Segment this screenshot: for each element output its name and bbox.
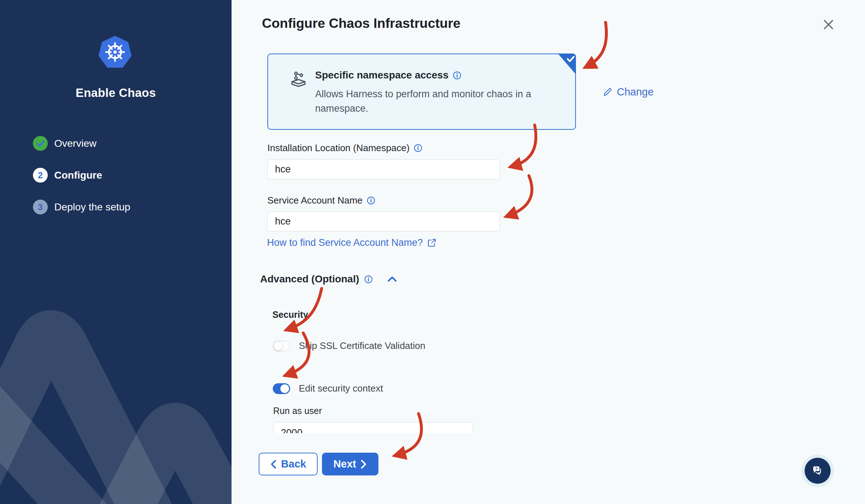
kubernetes-logo-icon <box>98 35 132 69</box>
access-card-title: Specific namespace access <box>315 69 449 81</box>
service-account-input[interactable] <box>267 212 500 231</box>
pencil-icon <box>603 87 612 97</box>
info-icon[interactable] <box>364 275 373 283</box>
step-overview[interactable]: Overview <box>33 136 130 151</box>
close-icon[interactable] <box>820 16 837 33</box>
back-button-label: Back <box>281 458 306 470</box>
step-complete-check-icon <box>33 136 48 151</box>
edit-security-context-toggle[interactable] <box>273 383 290 394</box>
step-label: Overview <box>54 138 97 149</box>
info-icon[interactable] <box>367 196 375 205</box>
step-label: Deploy the setup <box>54 201 130 213</box>
change-link-label: Change <box>617 86 654 98</box>
dialog-body: Configure Chaos Infrastructure <box>232 0 865 504</box>
security-group-label: Security <box>272 309 308 320</box>
run-as-user-input[interactable] <box>273 422 473 433</box>
service-account-help-link[interactable]: How to find Service Account Name? <box>267 237 436 248</box>
service-account-field-label: Service Account Name <box>267 195 362 206</box>
help-chat-button[interactable]: ? <box>805 458 831 484</box>
namespace-deploy-icon <box>290 71 307 88</box>
step-number-badge: 2 <box>33 168 48 183</box>
next-button[interactable]: Next <box>322 453 378 475</box>
next-button-label: Next <box>334 458 356 470</box>
wizard-steps: Overview 2 Configure 3 Deploy the setup <box>33 136 130 231</box>
skip-ssl-toggle[interactable] <box>273 341 290 351</box>
back-button[interactable]: Back <box>259 453 318 475</box>
wizard-title: Enable Chaos <box>0 86 232 100</box>
info-icon[interactable] <box>414 144 422 152</box>
configure-chaos-infrastructure-screen: Enable Chaos Overview 2 Configure 3 Depl… <box>0 0 865 504</box>
namespace-input[interactable] <box>267 159 500 179</box>
run-as-user-label: Run as user <box>273 406 322 416</box>
chevron-up-icon <box>387 275 398 283</box>
external-link-icon <box>427 238 436 247</box>
chevron-right-icon <box>360 460 367 469</box>
collapse-advanced-button[interactable] <box>386 274 399 285</box>
step-deploy-the-setup[interactable]: 3 Deploy the setup <box>33 200 130 214</box>
access-card-description: Allows Harness to perform and monitor ch… <box>315 87 547 116</box>
advanced-section-title: Advanced (Optional) <box>260 273 359 285</box>
chevron-left-icon <box>270 460 277 469</box>
namespace-field-label: Installation Location (Namespace) <box>267 142 410 154</box>
svg-text:?: ? <box>815 467 818 471</box>
help-link-label: How to find Service Account Name? <box>267 237 423 248</box>
step-configure[interactable]: 2 Configure <box>33 168 130 183</box>
info-icon[interactable] <box>453 71 461 80</box>
edit-security-context-toggle-label: Edit security context <box>299 383 383 394</box>
run-as-user-input-clipped <box>273 422 473 433</box>
namespace-access-option-card[interactable]: Specific namespace access Allows Harness… <box>267 54 576 130</box>
wizard-sidebar: Enable Chaos Overview 2 Configure 3 Depl… <box>0 0 232 504</box>
dialog-title: Configure Chaos Infrastructure <box>262 16 461 31</box>
harness-watermark-logo <box>0 0 232 504</box>
skip-ssl-toggle-label: Skip SSL Certificate Validation <box>299 340 425 351</box>
help-chat-icon: ? <box>810 464 825 478</box>
step-number-badge: 3 <box>33 200 48 214</box>
selected-check-fold-icon <box>558 54 576 74</box>
change-link[interactable]: Change <box>603 86 654 98</box>
step-label: Configure <box>54 170 102 181</box>
